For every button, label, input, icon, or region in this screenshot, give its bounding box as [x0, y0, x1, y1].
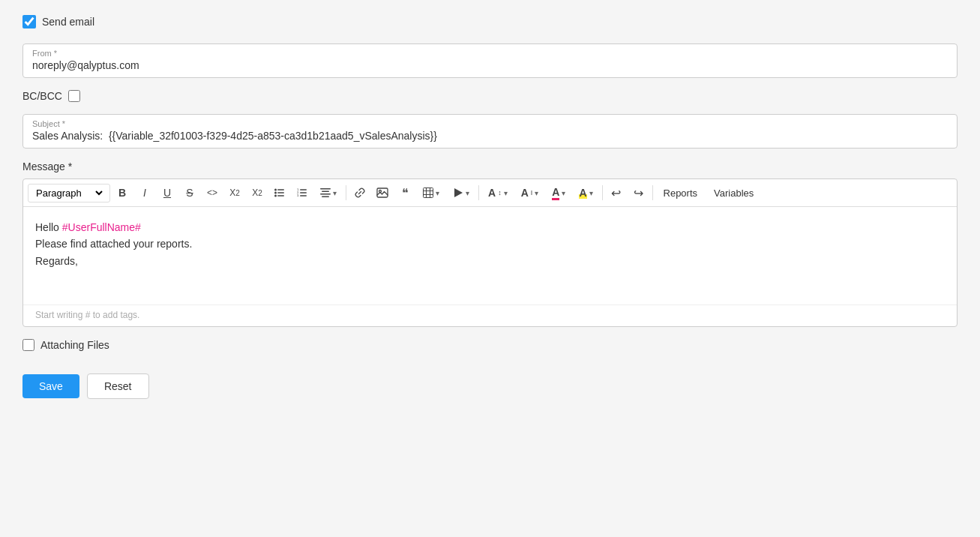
editor-content[interactable]: Hello #UserFullName# Please find attache…: [23, 207, 957, 304]
save-button[interactable]: Save: [22, 374, 79, 398]
table-chevron: ▾: [436, 189, 439, 197]
image-button[interactable]: [372, 182, 393, 203]
align-icon: [320, 188, 331, 198]
attaching-files-label: Attaching Files: [40, 339, 109, 351]
send-email-row: Send email: [22, 15, 958, 28]
attaching-files-row: Attaching Files: [22, 339, 958, 351]
bullet-list-icon: [274, 188, 285, 198]
svg-rect-7: [300, 189, 307, 190]
svg-rect-3: [277, 192, 284, 194]
svg-point-4: [274, 195, 277, 197]
image-icon: [376, 187, 388, 199]
link-button[interactable]: [349, 182, 370, 203]
bullet-list-button[interactable]: [269, 182, 290, 203]
svg-rect-11: [300, 195, 307, 196]
subject-label: Subject *: [32, 119, 948, 128]
align-chevron: ▾: [333, 189, 337, 197]
bc-bcc-checkbox[interactable]: [68, 90, 80, 102]
font-size-chevron: ▾: [504, 189, 508, 197]
font-family-arrow: I: [531, 189, 533, 196]
font-family-button[interactable]: A I ▾: [515, 182, 545, 203]
attaching-files-checkbox[interactable]: [22, 339, 34, 351]
svg-marker-23: [454, 188, 463, 197]
bg-color-icon: A: [579, 187, 586, 199]
bold-button[interactable]: B: [112, 182, 133, 203]
from-input[interactable]: [32, 59, 948, 71]
svg-point-2: [274, 192, 277, 194]
editor-hint: Start writing # to add tags.: [23, 304, 957, 326]
paragraph-dropdown[interactable]: Paragraph Heading 1 Heading 2 Heading 3: [28, 184, 110, 202]
divider-3: [602, 185, 603, 200]
subject-input[interactable]: [32, 130, 948, 142]
redo-button[interactable]: ↪: [628, 182, 649, 203]
font-family-chevron: ▾: [535, 189, 538, 197]
paragraph-select[interactable]: Paragraph Heading 1 Heading 2 Heading 3: [33, 187, 105, 200]
reset-button[interactable]: Reset: [87, 374, 149, 399]
media-button[interactable]: ▾: [447, 182, 475, 203]
font-size-arrow: ↕: [498, 189, 502, 196]
superscript-button[interactable]: X2: [247, 182, 268, 203]
blockquote-button[interactable]: ❝: [394, 182, 415, 203]
table-icon: [423, 188, 433, 198]
actions-row: Save Reset: [22, 374, 958, 399]
italic-button[interactable]: I: [134, 182, 155, 203]
font-size-icon: A: [488, 187, 496, 199]
divider-1: [346, 185, 346, 200]
user-tag: #UserFullName#: [62, 221, 141, 233]
font-size-button[interactable]: A ↕ ▾: [482, 182, 514, 203]
svg-rect-13: [322, 191, 329, 193]
svg-rect-18: [424, 188, 433, 198]
from-label: From *: [32, 49, 948, 58]
bg-color-button[interactable]: A ▾: [573, 182, 598, 203]
send-email-checkbox[interactable]: [22, 15, 36, 28]
toolbar: Paragraph Heading 1 Heading 2 Heading 3 …: [23, 179, 957, 207]
editor-container: Paragraph Heading 1 Heading 2 Heading 3 …: [22, 178, 958, 327]
font-color-icon: A: [552, 186, 559, 200]
message-line-1: Hello #UserFullName#: [35, 219, 945, 236]
svg-rect-14: [320, 194, 331, 195]
undo-button[interactable]: ↩: [606, 182, 627, 203]
svg-rect-12: [320, 188, 331, 190]
table-button[interactable]: ▾: [417, 182, 445, 203]
bc-bcc-label: BC/BCC: [22, 90, 62, 102]
bg-color-chevron: ▾: [589, 189, 593, 197]
svg-rect-15: [322, 196, 329, 198]
from-field-wrapper: From *: [22, 44, 958, 78]
divider-2: [478, 185, 479, 200]
svg-rect-5: [277, 195, 284, 196]
from-field-group: From *: [22, 44, 958, 78]
svg-point-0: [274, 189, 277, 191]
font-color-button[interactable]: A ▾: [546, 182, 571, 203]
code-button[interactable]: <>: [202, 182, 223, 203]
subject-field-group: Subject *: [22, 114, 958, 148]
reports-button[interactable]: Reports: [656, 182, 706, 203]
underline-button[interactable]: U: [157, 182, 178, 203]
svg-rect-1: [277, 189, 284, 190]
strikethrough-button[interactable]: S: [179, 182, 200, 203]
subject-field-wrapper: Subject *: [22, 114, 958, 148]
message-line-2: Please find attached your reports.: [35, 236, 945, 252]
svg-text:3.: 3.: [297, 194, 299, 197]
ordered-list-icon: 1. 2. 3.: [297, 188, 307, 198]
divider-4: [652, 185, 653, 200]
media-chevron: ▾: [466, 189, 469, 197]
message-line-3: Regards,: [35, 253, 945, 269]
font-family-icon: A: [521, 187, 529, 199]
svg-rect-9: [300, 192, 307, 194]
send-email-label: Send email: [42, 16, 94, 28]
message-label: Message *: [22, 160, 958, 172]
subscript-button[interactable]: X2: [224, 182, 245, 203]
font-color-chevron: ▾: [562, 189, 565, 197]
align-button[interactable]: ▾: [314, 182, 343, 203]
link-icon: [354, 187, 366, 199]
variables-button[interactable]: Variables: [706, 182, 761, 203]
bc-bcc-row: BC/BCC: [22, 90, 958, 102]
ordered-list-button[interactable]: 1. 2. 3.: [292, 182, 313, 203]
media-icon: [453, 188, 463, 198]
